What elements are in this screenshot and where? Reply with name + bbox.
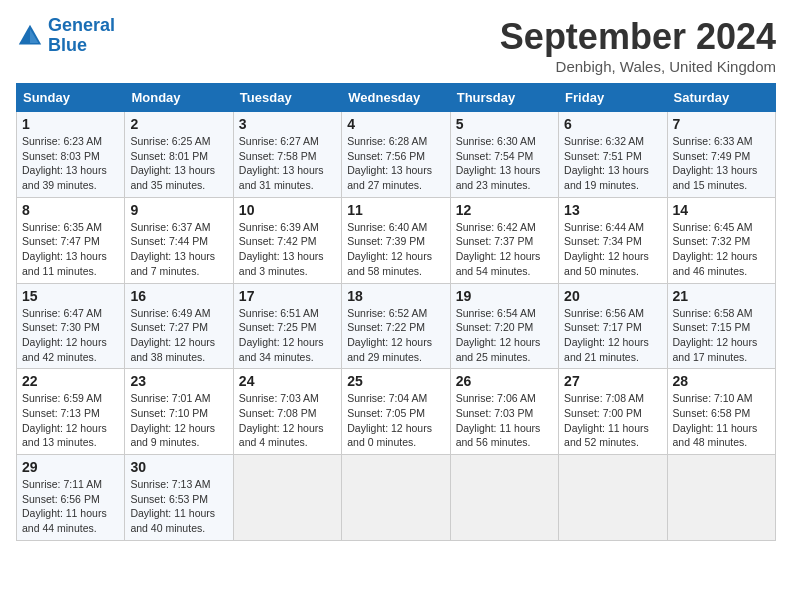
calendar-cell: 10Sunrise: 6:39 AMSunset: 7:42 PMDayligh… (233, 197, 341, 283)
calendar-table: SundayMondayTuesdayWednesdayThursdayFrid… (16, 83, 776, 541)
day-info: Sunrise: 7:04 AMSunset: 7:05 PMDaylight:… (347, 391, 444, 450)
day-number: 27 (564, 373, 661, 389)
location: Denbigh, Wales, United Kingdom (500, 58, 776, 75)
calendar-cell (450, 455, 558, 541)
day-number: 28 (673, 373, 770, 389)
calendar-cell: 27Sunrise: 7:08 AMSunset: 7:00 PMDayligh… (559, 369, 667, 455)
calendar-cell: 25Sunrise: 7:04 AMSunset: 7:05 PMDayligh… (342, 369, 450, 455)
calendar-cell: 23Sunrise: 7:01 AMSunset: 7:10 PMDayligh… (125, 369, 233, 455)
day-info: Sunrise: 6:23 AMSunset: 8:03 PMDaylight:… (22, 134, 119, 193)
day-number: 24 (239, 373, 336, 389)
calendar-cell: 16Sunrise: 6:49 AMSunset: 7:27 PMDayligh… (125, 283, 233, 369)
calendar-week-row: 1Sunrise: 6:23 AMSunset: 8:03 PMDaylight… (17, 112, 776, 198)
calendar-cell: 30Sunrise: 7:13 AMSunset: 6:53 PMDayligh… (125, 455, 233, 541)
calendar-cell: 1Sunrise: 6:23 AMSunset: 8:03 PMDaylight… (17, 112, 125, 198)
day-info: Sunrise: 6:40 AMSunset: 7:39 PMDaylight:… (347, 220, 444, 279)
day-info: Sunrise: 7:13 AMSunset: 6:53 PMDaylight:… (130, 477, 227, 536)
day-number: 5 (456, 116, 553, 132)
calendar-week-row: 22Sunrise: 6:59 AMSunset: 7:13 PMDayligh… (17, 369, 776, 455)
calendar-cell (233, 455, 341, 541)
day-info: Sunrise: 6:30 AMSunset: 7:54 PMDaylight:… (456, 134, 553, 193)
day-number: 14 (673, 202, 770, 218)
calendar-cell: 19Sunrise: 6:54 AMSunset: 7:20 PMDayligh… (450, 283, 558, 369)
day-info: Sunrise: 6:44 AMSunset: 7:34 PMDaylight:… (564, 220, 661, 279)
day-number: 4 (347, 116, 444, 132)
day-number: 10 (239, 202, 336, 218)
day-info: Sunrise: 6:28 AMSunset: 7:56 PMDaylight:… (347, 134, 444, 193)
calendar-cell: 26Sunrise: 7:06 AMSunset: 7:03 PMDayligh… (450, 369, 558, 455)
weekday-header-row: SundayMondayTuesdayWednesdayThursdayFrid… (17, 84, 776, 112)
day-number: 16 (130, 288, 227, 304)
calendar-cell: 29Sunrise: 7:11 AMSunset: 6:56 PMDayligh… (17, 455, 125, 541)
calendar-cell: 14Sunrise: 6:45 AMSunset: 7:32 PMDayligh… (667, 197, 775, 283)
calendar-week-row: 29Sunrise: 7:11 AMSunset: 6:56 PMDayligh… (17, 455, 776, 541)
day-number: 12 (456, 202, 553, 218)
calendar-cell: 3Sunrise: 6:27 AMSunset: 7:58 PMDaylight… (233, 112, 341, 198)
day-info: Sunrise: 6:27 AMSunset: 7:58 PMDaylight:… (239, 134, 336, 193)
day-number: 23 (130, 373, 227, 389)
day-number: 17 (239, 288, 336, 304)
calendar-cell: 6Sunrise: 6:32 AMSunset: 7:51 PMDaylight… (559, 112, 667, 198)
day-number: 20 (564, 288, 661, 304)
day-number: 3 (239, 116, 336, 132)
weekday-header-thursday: Thursday (450, 84, 558, 112)
calendar-cell: 11Sunrise: 6:40 AMSunset: 7:39 PMDayligh… (342, 197, 450, 283)
calendar-cell (667, 455, 775, 541)
calendar-cell: 12Sunrise: 6:42 AMSunset: 7:37 PMDayligh… (450, 197, 558, 283)
calendar-cell: 9Sunrise: 6:37 AMSunset: 7:44 PMDaylight… (125, 197, 233, 283)
day-number: 21 (673, 288, 770, 304)
logo-general: General (48, 15, 115, 35)
month-title: September 2024 (500, 16, 776, 58)
calendar-cell: 15Sunrise: 6:47 AMSunset: 7:30 PMDayligh… (17, 283, 125, 369)
calendar-cell: 28Sunrise: 7:10 AMSunset: 6:58 PMDayligh… (667, 369, 775, 455)
day-number: 9 (130, 202, 227, 218)
calendar-cell: 22Sunrise: 6:59 AMSunset: 7:13 PMDayligh… (17, 369, 125, 455)
calendar-cell (342, 455, 450, 541)
day-number: 30 (130, 459, 227, 475)
calendar-cell: 21Sunrise: 6:58 AMSunset: 7:15 PMDayligh… (667, 283, 775, 369)
day-number: 2 (130, 116, 227, 132)
day-info: Sunrise: 6:47 AMSunset: 7:30 PMDaylight:… (22, 306, 119, 365)
day-number: 7 (673, 116, 770, 132)
title-section: September 2024 Denbigh, Wales, United Ki… (500, 16, 776, 75)
page-header: General Blue September 2024 Denbigh, Wal… (16, 16, 776, 75)
calendar-week-row: 8Sunrise: 6:35 AMSunset: 7:47 PMDaylight… (17, 197, 776, 283)
calendar-cell: 7Sunrise: 6:33 AMSunset: 7:49 PMDaylight… (667, 112, 775, 198)
calendar-cell: 5Sunrise: 6:30 AMSunset: 7:54 PMDaylight… (450, 112, 558, 198)
day-info: Sunrise: 6:52 AMSunset: 7:22 PMDaylight:… (347, 306, 444, 365)
weekday-header-tuesday: Tuesday (233, 84, 341, 112)
calendar-cell: 17Sunrise: 6:51 AMSunset: 7:25 PMDayligh… (233, 283, 341, 369)
day-info: Sunrise: 6:59 AMSunset: 7:13 PMDaylight:… (22, 391, 119, 450)
day-number: 29 (22, 459, 119, 475)
day-number: 19 (456, 288, 553, 304)
day-info: Sunrise: 6:35 AMSunset: 7:47 PMDaylight:… (22, 220, 119, 279)
day-info: Sunrise: 7:08 AMSunset: 7:00 PMDaylight:… (564, 391, 661, 450)
calendar-cell: 18Sunrise: 6:52 AMSunset: 7:22 PMDayligh… (342, 283, 450, 369)
day-number: 11 (347, 202, 444, 218)
weekday-header-monday: Monday (125, 84, 233, 112)
calendar-cell: 8Sunrise: 6:35 AMSunset: 7:47 PMDaylight… (17, 197, 125, 283)
day-number: 22 (22, 373, 119, 389)
calendar-cell (559, 455, 667, 541)
day-info: Sunrise: 7:10 AMSunset: 6:58 PMDaylight:… (673, 391, 770, 450)
calendar-cell: 24Sunrise: 7:03 AMSunset: 7:08 PMDayligh… (233, 369, 341, 455)
day-info: Sunrise: 6:39 AMSunset: 7:42 PMDaylight:… (239, 220, 336, 279)
calendar-week-row: 15Sunrise: 6:47 AMSunset: 7:30 PMDayligh… (17, 283, 776, 369)
calendar-cell: 13Sunrise: 6:44 AMSunset: 7:34 PMDayligh… (559, 197, 667, 283)
day-info: Sunrise: 7:03 AMSunset: 7:08 PMDaylight:… (239, 391, 336, 450)
day-info: Sunrise: 6:51 AMSunset: 7:25 PMDaylight:… (239, 306, 336, 365)
day-info: Sunrise: 6:54 AMSunset: 7:20 PMDaylight:… (456, 306, 553, 365)
day-number: 1 (22, 116, 119, 132)
day-info: Sunrise: 6:58 AMSunset: 7:15 PMDaylight:… (673, 306, 770, 365)
day-info: Sunrise: 6:45 AMSunset: 7:32 PMDaylight:… (673, 220, 770, 279)
weekday-header-sunday: Sunday (17, 84, 125, 112)
day-info: Sunrise: 6:56 AMSunset: 7:17 PMDaylight:… (564, 306, 661, 365)
logo: General Blue (16, 16, 115, 56)
day-info: Sunrise: 6:32 AMSunset: 7:51 PMDaylight:… (564, 134, 661, 193)
logo-blue: Blue (48, 35, 87, 55)
day-info: Sunrise: 6:49 AMSunset: 7:27 PMDaylight:… (130, 306, 227, 365)
weekday-header-wednesday: Wednesday (342, 84, 450, 112)
day-info: Sunrise: 7:11 AMSunset: 6:56 PMDaylight:… (22, 477, 119, 536)
day-number: 18 (347, 288, 444, 304)
calendar-cell: 20Sunrise: 6:56 AMSunset: 7:17 PMDayligh… (559, 283, 667, 369)
